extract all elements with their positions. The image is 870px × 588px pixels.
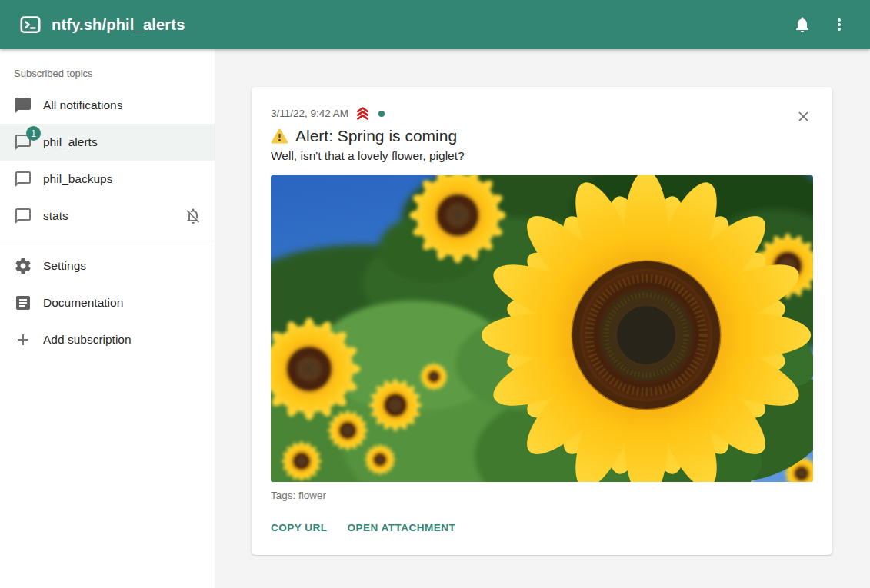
notification-actions: COPY URL OPEN ATTACHMENT [266,517,814,538]
notification-meta: 3/11/22, 9:42 AM [271,105,814,121]
sidebar-section-label: Subscribed topics [0,55,215,87]
notifications-toggle-button[interactable] [784,6,821,43]
notification-title-row: Alert: Spring is coming [271,127,814,145]
article-icon [14,294,32,312]
overflow-menu-button[interactable] [821,6,858,43]
chat-bubble-outline-icon [14,207,32,225]
attachment-image[interactable] [271,175,813,482]
open-attachment-button[interactable]: OPEN ATTACHMENT [343,517,461,538]
sidebar-item-documentation[interactable]: Documentation [0,284,215,321]
bell-icon [793,15,812,34]
sidebar: Subscribed topics All notifications 1 ph… [0,49,215,588]
appbar-actions [784,6,858,43]
sidebar-item-all-notifications[interactable]: All notifications [0,87,215,124]
main-content: 3/11/22, 9:42 AM [215,49,870,588]
copy-url-button[interactable]: COPY URL [266,517,332,538]
brand: ntfy.sh/phil_alerts [20,15,784,35]
notification-body: Well, isn't that a lovely flower, piglet… [271,149,814,163]
ntfy-logo-icon [20,15,41,35]
notification-card: 3/11/22, 9:42 AM [252,87,832,555]
sidebar-item-add-subscription[interactable]: Add subscription [0,321,215,358]
sidebar-item-label: Documentation [43,296,202,310]
sidebar-item-stats[interactable]: stats [0,198,215,234]
plus-icon [14,331,32,349]
sidebar-item-label: All notifications [43,98,202,112]
sidebar-item-label: phil_backups [43,172,202,186]
chat-bubble-outline-icon [14,170,32,188]
notification-timestamp: 3/11/22, 9:42 AM [271,108,348,119]
gear-icon [14,257,32,275]
notifications-off-icon [184,207,202,225]
unread-count-badge: 1 [26,126,41,141]
sidebar-item-label: stats [43,209,173,223]
sidebar-item-label: Settings [43,259,202,273]
unread-dot-icon [378,111,385,117]
close-notification-button[interactable] [792,105,814,127]
page-title: ntfy.sh/phil_alerts [52,16,185,34]
chat-bubble-filled-icon [14,96,32,115]
sidebar-item-label: phil_alerts [43,135,202,149]
sidebar-item-settings[interactable]: Settings [0,247,215,284]
priority-max-icon [355,105,371,121]
sidebar-divider [0,241,215,241]
sidebar-item-phil-alerts[interactable]: 1 phil_alerts [0,124,215,161]
close-icon [795,108,812,125]
warning-emoji-icon [271,128,288,145]
sidebar-item-phil-backups[interactable]: phil_backups [0,161,215,198]
chat-bubble-outline-icon: 1 [14,133,32,151]
notification-title: Alert: Spring is coming [295,127,457,145]
sidebar-item-label: Add subscription [43,333,202,347]
notification-tags: Tags: flower [271,490,814,501]
app-bar: ntfy.sh/phil_alerts [0,0,870,49]
more-vert-icon [830,15,848,34]
